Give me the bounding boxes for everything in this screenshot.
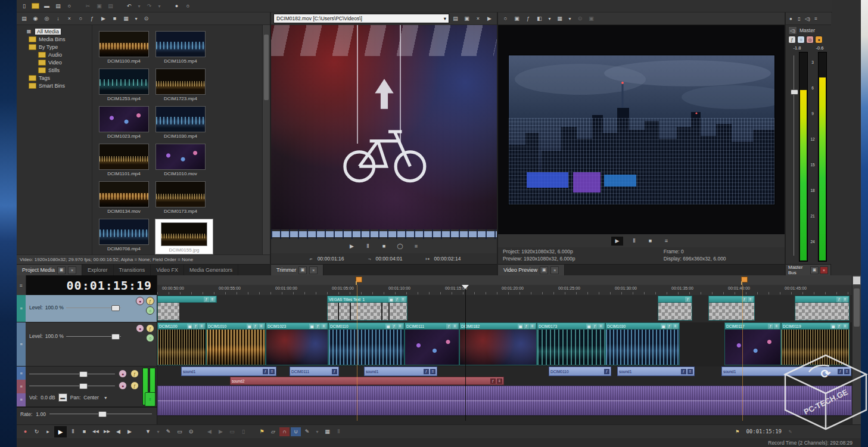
media-fx-icon[interactable]: ƒ	[87, 14, 97, 23]
fx-icon[interactable]: ƒ	[524, 324, 529, 329]
media-scrollbar[interactable]	[262, 25, 270, 254]
timeline-marker[interactable]	[741, 277, 748, 283]
dock-icon[interactable]: ▣	[57, 266, 66, 274]
marker-bar[interactable]	[157, 275, 852, 285]
start-preview-icon[interactable]: ▶	[98, 14, 108, 23]
trimmer-menu-button[interactable]: ≡	[411, 242, 421, 251]
stop-button[interactable]: ■	[79, 427, 89, 436]
media-item[interactable]: DCIM1101.mp4	[98, 144, 150, 176]
selection-tool-button[interactable]: ▭	[175, 427, 185, 436]
fx-icon[interactable]: ƒ	[394, 297, 400, 302]
burger-icon[interactable]: ≡	[210, 297, 215, 302]
slider-handle[interactable]	[79, 371, 88, 377]
tree-item-smart-bins[interactable]: Smart Bins	[17, 82, 92, 89]
pan-crop-icon[interactable]: ▦	[187, 324, 192, 329]
tree-item-audio[interactable]: Audio	[17, 51, 92, 58]
external-monitor-icon[interactable]: ▣	[512, 14, 522, 23]
fx-icon[interactable]: ƒ	[768, 324, 773, 329]
stop-preview-icon[interactable]: ■	[110, 14, 120, 23]
burger-icon[interactable]: ≡	[842, 297, 848, 302]
fx-icon[interactable]: ƒ	[391, 324, 397, 329]
slider-handle[interactable]	[111, 305, 120, 311]
more-tools-button[interactable]: ▦	[322, 427, 332, 436]
solo-button[interactable]: ƒ	[146, 297, 154, 305]
downmix-output-icon[interactable]: ▯	[795, 15, 803, 22]
fx-icon[interactable]: ƒ	[681, 369, 686, 374]
previous-frame-button[interactable]: ◀	[113, 427, 123, 436]
fx-icon[interactable]: ƒ	[332, 369, 337, 374]
pan-crop-icon[interactable]: ▦	[247, 324, 252, 329]
title-event-group[interactable]: VEGAS Titles Text_1 ▦ ƒ ≡	[327, 296, 407, 321]
burger-icon[interactable]: ≡	[842, 324, 848, 329]
track-header-1[interactable]: ≡ ● ƒ ○ Level: 100.0 %	[17, 295, 157, 322]
edit-tool-button[interactable]: ▼	[143, 427, 153, 436]
video-track-lane[interactable]: DCIM1100▦ƒ≡ DCIM1010▦ƒ≡ DCIM1023▦ƒ≡ DCIM…	[157, 322, 852, 367]
solo-button[interactable]: ƒ	[130, 381, 139, 390]
audio-track-headers[interactable]: ≡ ≡ ≡ ≡ ● ƒ	[17, 367, 157, 407]
views-dropdown-icon[interactable]: ▾	[132, 15, 140, 22]
burger-icon[interactable]: ≡	[269, 369, 275, 374]
meter-options-icon[interactable]: ≡	[812, 15, 820, 22]
fx-chain-icon[interactable]: ƒ	[788, 36, 796, 44]
scrollbar-thumb[interactable]	[264, 35, 269, 100]
trimmer-hand-tool-icon[interactable]: ▶	[484, 14, 494, 23]
fx-icon[interactable]: ƒ	[253, 324, 258, 329]
volume-slider[interactable]	[29, 386, 115, 386]
pan-crop-icon[interactable]: ▦	[309, 324, 315, 329]
dock-icon[interactable]: ▣	[298, 266, 307, 274]
video-event[interactable]: DCIM1100▦ƒ≡	[157, 322, 206, 365]
trim-end-button[interactable]: ▶	[216, 427, 226, 436]
fx-icon[interactable]: ƒ	[604, 369, 609, 374]
preview-pause-button[interactable]: Ⅱ	[629, 237, 639, 246]
extract-audio-icon[interactable]: ◎	[42, 14, 52, 23]
level-slider[interactable]	[66, 308, 121, 308]
time-ruler[interactable]: 00:00:50:00 00:00:55:00 00:01:00:00 00:0…	[157, 285, 852, 296]
track-minimize-strip[interactable]: ≡	[17, 380, 26, 393]
audio-event[interactable]: DCIM0111ƒ	[290, 367, 339, 376]
redo-dropdown-icon[interactable]: ▾	[155, 2, 163, 10]
burger-icon[interactable]: ≡	[774, 324, 779, 329]
go-to-end-button[interactable]: ▶▶	[102, 427, 112, 436]
media-item[interactable]: DCIM0173.mp4	[155, 181, 206, 214]
media-item[interactable]: DCIM1100.mp4	[98, 31, 150, 64]
slider-handle[interactable]	[98, 411, 107, 417]
plugin-icon[interactable]: ○	[797, 36, 805, 44]
tab-master-bus[interactable]: Master Bus ▣ ×	[786, 265, 831, 275]
save-project-icon[interactable]: ▬	[42, 2, 52, 11]
quality-dropdown-icon[interactable]: ▾	[566, 15, 574, 22]
audio-event[interactable]: sound1ƒ≡	[617, 367, 695, 376]
tab-media-generators[interactable]: Media Generators	[184, 265, 238, 275]
automation-button[interactable]: ○	[146, 334, 154, 342]
fx-icon[interactable]: ƒ	[315, 324, 321, 329]
dock-icon[interactable]: ▣	[810, 266, 819, 274]
tree-item-by-type[interactable]: By Type	[17, 43, 92, 51]
automation-button[interactable]: ○	[146, 306, 154, 315]
media-item[interactable]: DCIM1010.mov	[155, 144, 206, 176]
trimmer-media-combo[interactable]: DCIM0182.mov [C:\Users\PC\Videos\] ▾	[273, 14, 449, 23]
music-waveform-event[interactable]	[157, 386, 852, 415]
mixer-button[interactable]: Ⅱ	[334, 427, 344, 436]
timeline-canvas[interactable]: 00:00:50:00 00:00:55:00 00:01:00:00 00:0…	[157, 275, 852, 424]
remove-media-icon[interactable]: ×	[64, 14, 74, 23]
trimmer-close-media-icon[interactable]: ×	[473, 14, 483, 23]
split-screen-icon[interactable]: ◧	[534, 14, 545, 23]
pan-dropdown-icon[interactable]: ▾	[102, 394, 110, 401]
fader-handle[interactable]	[791, 89, 798, 95]
preview-viewer[interactable]	[498, 25, 785, 234]
music-track-lane[interactable]	[157, 386, 852, 416]
trimmer-transfer-icon[interactable]: ▤	[450, 14, 461, 23]
solo-button[interactable]: ƒ	[146, 324, 154, 333]
playhead-triangle[interactable]	[462, 285, 469, 289]
cursor-timecode-display[interactable]: 00:01:15:19	[26, 275, 157, 295]
burger-icon[interactable]: ≡	[748, 297, 753, 302]
tab-explorer[interactable]: Explorer	[82, 265, 114, 275]
media-item[interactable]: DCIM1105.mp4	[155, 31, 206, 64]
event-group-button[interactable]: ▯	[238, 427, 248, 436]
lock-envelopes-button[interactable]: ✎	[302, 427, 312, 436]
views-icon[interactable]: ▦	[121, 14, 131, 23]
open-project-icon[interactable]	[30, 2, 41, 11]
pause-button[interactable]: Ⅱ	[68, 427, 78, 436]
mute-button[interactable]: ●	[119, 370, 127, 378]
project-properties-icon[interactable]: ○	[64, 2, 74, 11]
track-minimize-strip[interactable]: ≡	[17, 367, 26, 380]
